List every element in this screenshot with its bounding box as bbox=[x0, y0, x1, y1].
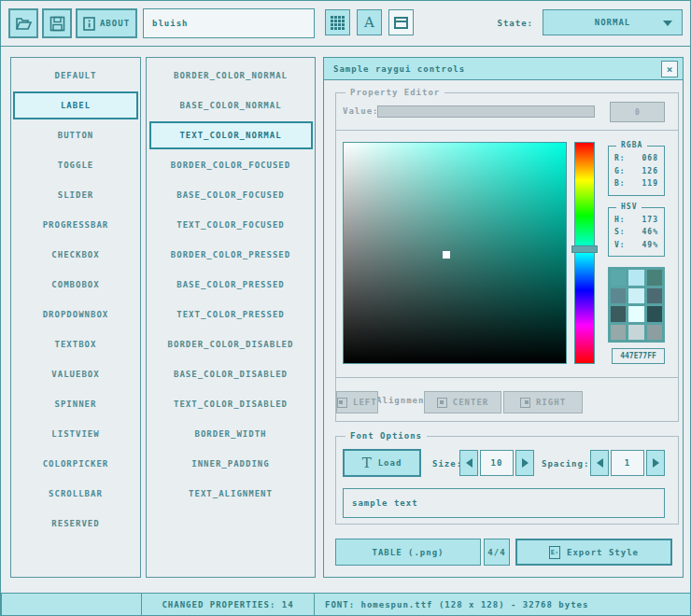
controls-list-item-label: CHECKBOX bbox=[51, 250, 99, 259]
hue-bar[interactable] bbox=[574, 142, 595, 364]
rgba-row-value: 119 bbox=[642, 179, 658, 188]
controls-list-item[interactable]: SPINNER bbox=[13, 390, 138, 418]
controls-list-item[interactable]: DEFAULT bbox=[13, 62, 138, 90]
controls-list-item[interactable]: TEXTBOX bbox=[13, 330, 138, 358]
properties-list-item[interactable]: BORDER_WIDTH bbox=[149, 420, 313, 448]
close-icon: × bbox=[667, 63, 673, 76]
properties-list-item-label: BASE_COLOR_NORMAL bbox=[179, 101, 281, 110]
properties-list-item[interactable]: TEXT_ALIGNMENT bbox=[149, 480, 313, 508]
properties-list-item[interactable]: BORDER_COLOR_DISABLED bbox=[149, 330, 313, 358]
controls-list-item-label: SPINNER bbox=[55, 399, 97, 409]
changed-properties-text: CHANGED PROPERTIES: 14 bbox=[162, 600, 293, 609]
font-A-icon: A bbox=[364, 16, 374, 30]
controls-list-item[interactable]: TOGGLE bbox=[13, 151, 138, 179]
pages-indicator[interactable]: 4/4 bbox=[484, 539, 510, 566]
size-value-box[interactable]: 10 bbox=[480, 450, 514, 476]
sv-panel[interactable] bbox=[343, 142, 567, 364]
properties-list-item[interactable]: BORDER_COLOR_FOCUSED bbox=[149, 151, 313, 179]
style-name-input[interactable] bbox=[143, 8, 315, 38]
properties-list-item[interactable]: BASE_COLOR_DISABLED bbox=[149, 360, 313, 388]
properties-list-item[interactable]: BORDER_COLOR_PRESSED bbox=[149, 241, 313, 269]
controls-list-item[interactable]: COLORPICKER bbox=[13, 450, 138, 478]
hex-color-box[interactable]: 447E77FF bbox=[612, 348, 665, 364]
color-swatch[interactable] bbox=[628, 306, 643, 322]
properties-list-item[interactable]: BASE_COLOR_FOCUSED bbox=[149, 181, 313, 209]
close-window-button[interactable]: × bbox=[661, 61, 678, 77]
export-style-button[interactable]: E› Export Style bbox=[515, 539, 672, 566]
controls-list-item[interactable]: COMBOBOX bbox=[13, 271, 138, 299]
controls-list-item[interactable]: DROPDOWNBOX bbox=[13, 301, 138, 329]
sample-text-box[interactable]: sample text bbox=[343, 488, 665, 518]
color-swatch[interactable] bbox=[628, 325, 643, 341]
properties-list-item[interactable]: BASE_COLOR_NORMAL bbox=[149, 91, 313, 119]
hsv-row-value: 46% bbox=[642, 228, 658, 236]
color-swatch[interactable] bbox=[611, 325, 626, 341]
properties-list-item-label: BORDER_COLOR_DISABLED bbox=[168, 340, 294, 349]
property-editor-label: Property Editor bbox=[346, 88, 444, 97]
spacing-value-box[interactable]: 1 bbox=[611, 450, 644, 476]
color-swatch[interactable] bbox=[611, 288, 626, 304]
toolbar: ABOUT A State: NORMAL bbox=[1, 1, 691, 47]
rgba-row-value: 068 bbox=[642, 154, 658, 162]
rgba-row-key: G: bbox=[614, 167, 626, 175]
chevron-left-icon bbox=[597, 458, 603, 468]
export-icon: E› bbox=[549, 546, 560, 559]
controls-list-item-label: BUTTON bbox=[58, 131, 94, 140]
save-file-button[interactable] bbox=[42, 8, 72, 38]
size-label: Size: bbox=[432, 459, 462, 469]
properties-list-item[interactable]: TEXT_COLOR_FOCUSED bbox=[149, 211, 313, 239]
state-dropdown[interactable]: NORMAL bbox=[543, 9, 683, 35]
controls-list-item[interactable]: SLIDER bbox=[13, 181, 138, 209]
window-view-toggle[interactable] bbox=[388, 9, 414, 35]
properties-list-item[interactable]: TEXT_COLOR_NORMAL bbox=[149, 121, 313, 149]
table-format-button[interactable]: TABLE (.png) bbox=[335, 539, 481, 566]
controls-list-item-label: LABEL bbox=[61, 101, 91, 110]
chevron-right-icon bbox=[653, 458, 659, 468]
text-alignment-button: CENTER bbox=[424, 391, 501, 413]
rgba-groupbox: RGBA R: 068 G: 126 B: 119 bbox=[608, 146, 665, 196]
properties-list-item[interactable]: TEXT_COLOR_DISABLED bbox=[149, 390, 313, 418]
value-label: Value: bbox=[343, 106, 379, 116]
hsv-row-key: H: bbox=[614, 216, 626, 224]
color-swatch[interactable] bbox=[628, 270, 643, 286]
controls-list-item[interactable]: LABEL bbox=[13, 91, 138, 119]
spacing-increment-button[interactable] bbox=[646, 450, 665, 476]
load-font-button[interactable]: T Load bbox=[343, 449, 421, 477]
color-swatches-grid bbox=[608, 267, 665, 343]
controls-list-item[interactable]: PROGRESSBAR bbox=[13, 211, 138, 239]
controls-list-item-label: SCROLLBAR bbox=[49, 489, 103, 498]
hsv-row-value: 49% bbox=[642, 241, 658, 249]
color-swatch[interactable] bbox=[647, 270, 662, 286]
controls-list-item[interactable]: BUTTON bbox=[13, 121, 138, 149]
controls-list-item[interactable]: CHECKBOX bbox=[13, 241, 138, 269]
size-decrement-button[interactable] bbox=[459, 450, 478, 476]
controls-list-item[interactable]: LISTVIEW bbox=[13, 420, 138, 448]
color-swatch[interactable] bbox=[611, 270, 626, 286]
status-changed-properties: CHANGED PROPERTIES: 14 bbox=[141, 593, 315, 616]
color-swatch[interactable] bbox=[628, 288, 643, 304]
size-increment-button[interactable] bbox=[515, 450, 534, 476]
font-toggle[interactable]: A bbox=[357, 9, 382, 35]
controls-list-item[interactable]: VALUEBOX bbox=[13, 360, 138, 388]
chevron-left-icon bbox=[466, 458, 472, 468]
color-swatch[interactable] bbox=[647, 306, 662, 322]
spacing-decrement-button[interactable] bbox=[590, 450, 609, 476]
open-file-button[interactable] bbox=[8, 8, 38, 38]
properties-list-item[interactable]: TEXT_COLOR_PRESSED bbox=[149, 301, 313, 329]
properties-list-item-label: TEXT_COLOR_PRESSED bbox=[176, 310, 285, 319]
properties-list-item[interactable]: INNER_PADDING bbox=[149, 450, 313, 478]
style-grid-toggle[interactable] bbox=[325, 9, 350, 35]
sample-controls-window: Sample raygui controls × Property Editor… bbox=[323, 57, 684, 578]
color-swatch[interactable] bbox=[647, 288, 662, 304]
font-T-icon: T bbox=[362, 456, 372, 470]
properties-list-item[interactable]: BORDER_COLOR_NORMAL bbox=[149, 62, 313, 90]
controls-list-item[interactable]: SCROLLBAR bbox=[13, 480, 138, 508]
controls-list-item[interactable]: RESERVED bbox=[13, 510, 138, 538]
color-swatch[interactable] bbox=[647, 325, 662, 341]
color-swatch[interactable] bbox=[611, 306, 626, 322]
hue-handle[interactable] bbox=[571, 245, 598, 253]
about-button[interactable]: ABOUT bbox=[76, 8, 137, 38]
text-alignment-row: Text Alignment: LEFT CENTER RIGHT bbox=[335, 377, 679, 422]
sv-cursor[interactable] bbox=[443, 251, 450, 259]
properties-list-item[interactable]: BASE_COLOR_PRESSED bbox=[149, 271, 313, 299]
